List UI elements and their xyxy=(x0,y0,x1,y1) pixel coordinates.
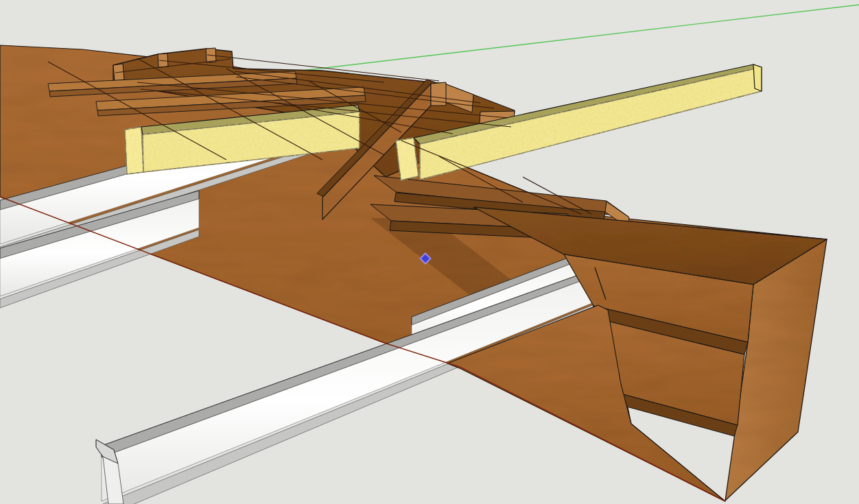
scene-canvas[interactable] xyxy=(0,0,859,504)
modeling-viewport[interactable] xyxy=(0,0,859,504)
insulation-beam-b-end-cap-right[interactable] xyxy=(753,64,762,91)
insulation-beam-a-end-cap[interactable] xyxy=(125,127,143,174)
